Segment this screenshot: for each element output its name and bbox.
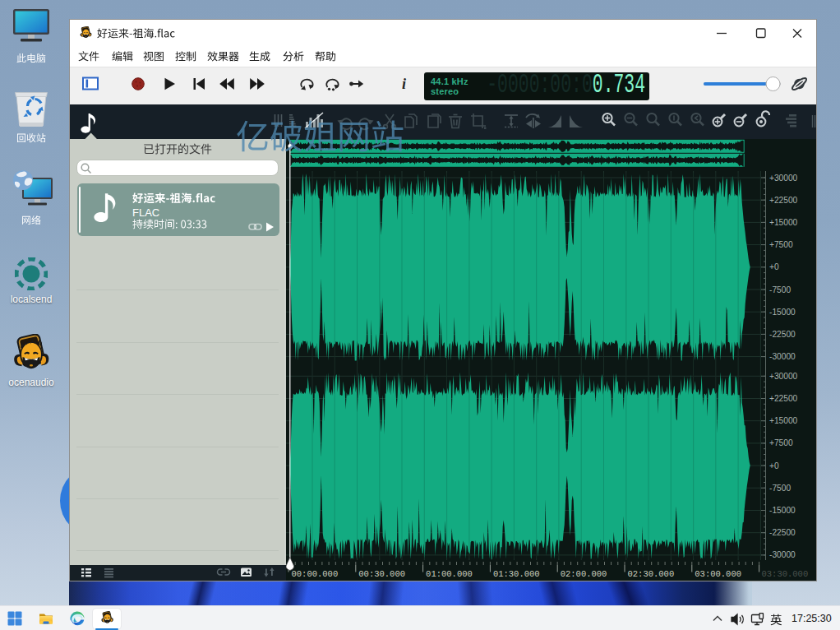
svg-text:+30000: +30000 xyxy=(769,174,798,183)
svg-text:03:00.000: 03:00.000 xyxy=(695,569,741,579)
svg-text:-7500: -7500 xyxy=(769,285,791,294)
svg-text:-22500: -22500 xyxy=(769,330,796,339)
svg-text:+15000: +15000 xyxy=(769,218,798,227)
svg-text:+0: +0 xyxy=(769,262,779,271)
svg-text:+22500: +22500 xyxy=(769,196,798,205)
svg-text:+0: +0 xyxy=(769,461,779,470)
svg-text:-15000: -15000 xyxy=(769,308,796,317)
svg-text:02:30.000: 02:30.000 xyxy=(628,569,675,579)
svg-text:01:00.000: 01:00.000 xyxy=(426,569,473,579)
svg-text:-15000: -15000 xyxy=(769,506,796,515)
svg-text:00:30.000: 00:30.000 xyxy=(358,569,405,579)
svg-text:+7500: +7500 xyxy=(769,240,793,249)
svg-text:03:30.000: 03:30.000 xyxy=(762,569,809,579)
svg-text:-22500: -22500 xyxy=(769,528,796,537)
svg-text:01:30.000: 01:30.000 xyxy=(493,569,540,579)
svg-text:-30000: -30000 xyxy=(769,352,796,361)
svg-text:-30000: -30000 xyxy=(769,550,796,559)
svg-text:+22500: +22500 xyxy=(769,394,798,403)
svg-text:+15000: +15000 xyxy=(769,416,798,425)
svg-text:02:00.000: 02:00.000 xyxy=(561,569,607,579)
svg-text:+7500: +7500 xyxy=(769,438,793,447)
svg-text:+30000: +30000 xyxy=(769,372,798,381)
svg-text:00:00.000: 00:00.000 xyxy=(292,569,339,579)
svg-text:-7500: -7500 xyxy=(769,484,791,493)
